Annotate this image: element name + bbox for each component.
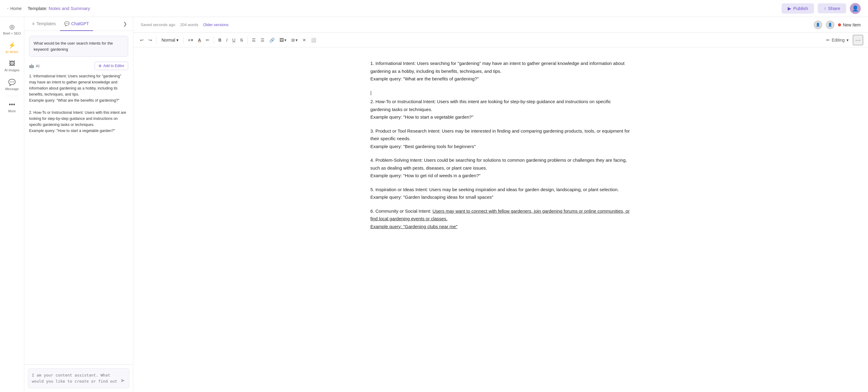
table-button[interactable]: ⊞ ▾ xyxy=(289,36,300,44)
content-paragraph-2: 2. How-To or Instructional Intent: Users… xyxy=(370,98,631,121)
style-chevron-icon: ▾ xyxy=(176,38,179,43)
templates-tab-icon: ≡ xyxy=(32,21,35,26)
publish-button[interactable]: ▶ Publish xyxy=(782,3,814,13)
sidebar-item-ai-images[interactable]: 🖼 AI Images xyxy=(0,58,24,75)
tab-templates[interactable]: ≡ Templates xyxy=(28,17,60,31)
panel-collapse-button[interactable]: ❯ xyxy=(121,17,129,31)
table-icon: ⊞ xyxy=(291,38,295,43)
sidebar-item-brief-seo[interactable]: ◎ Brief + SEO xyxy=(0,21,24,38)
sidebar-item-label: More xyxy=(8,109,16,113)
user-avatar[interactable]: 👤 xyxy=(850,3,861,14)
embed-icon: ⬜ xyxy=(311,38,316,43)
image-icon: 🖼 xyxy=(279,38,284,43)
toolbar-right: ✏ Editing ▾ ⋯ xyxy=(823,35,863,45)
editor-toolbar: ↩ ↪ Normal ▾ ≡ ▾ A ✏ B xyxy=(133,33,868,47)
add-to-editor-button[interactable]: ⊕ Add to Editor xyxy=(95,62,128,70)
clear-format-icon: ✕ xyxy=(303,38,306,43)
style-select-button[interactable]: Normal ▾ xyxy=(159,36,181,44)
align-button[interactable]: ≡ ▾ xyxy=(186,36,195,44)
italic-button[interactable]: I xyxy=(224,36,229,44)
strikethrough-button[interactable]: S xyxy=(239,36,245,44)
editor-top-bar: Saved seconds ago 204 words Older versio… xyxy=(133,17,868,33)
undo-icon: ↩ xyxy=(140,38,144,43)
ai-badge: 🤖 AI xyxy=(29,64,39,68)
chat-input-area: ➤ xyxy=(24,364,133,392)
avatar-icon: 👤 xyxy=(828,23,832,27)
toolbar-more-button[interactable]: ⋯ xyxy=(853,35,863,45)
content-paragraph-5: 5. Inspiration or Ideas Intent: Users ma… xyxy=(370,186,631,201)
ai-response-header: 🤖 AI ⊕ Add to Editor xyxy=(29,62,128,70)
chat-send-button[interactable]: ➤ xyxy=(120,376,125,385)
numbered-list-icon: ☰ xyxy=(261,38,265,43)
ai-images-icon: 🖼 xyxy=(9,60,15,67)
underline-button[interactable]: U xyxy=(230,36,237,44)
link-icon: 🔗 xyxy=(270,38,275,43)
share-button[interactable]: ↑ Share xyxy=(818,3,846,13)
embed-button[interactable]: ⬜ xyxy=(309,36,318,44)
toolbar-separator-4 xyxy=(247,36,248,44)
editing-mode-button[interactable]: ✏ Editing ▾ xyxy=(823,36,851,44)
content-paragraph-cursor: | xyxy=(370,89,631,97)
chat-input-box: ➤ xyxy=(28,368,129,388)
editor-body: 1. Informational Intent: Users searching… xyxy=(370,59,631,230)
link-button[interactable]: 🔗 xyxy=(268,36,276,44)
collaborator-avatar-1: 👤 xyxy=(814,21,822,29)
image-chevron-icon: ▾ xyxy=(284,38,286,43)
panel-content: What would be the user search intents fo… xyxy=(24,31,133,364)
content-paragraph-1: 1. Informational Intent: Users searching… xyxy=(370,59,631,83)
share-icon: ↑ xyxy=(824,6,826,11)
bold-button[interactable]: B xyxy=(216,36,223,44)
clear-format-button[interactable]: ✕ xyxy=(301,36,308,44)
strikethrough-icon: S xyxy=(240,38,243,43)
home-link[interactable]: ‹ Home xyxy=(7,6,22,11)
message-icon: 💬 xyxy=(8,79,16,86)
align-chevron-icon: ▾ xyxy=(191,38,193,43)
sidebar-item-label: Brief + SEO xyxy=(3,32,21,35)
editor-meta: Saved seconds ago 204 words Older versio… xyxy=(141,23,228,27)
template-name: Notes and Summary xyxy=(49,6,90,11)
sidebar-item-ai-writer[interactable]: ⚡ AI Writer xyxy=(0,39,24,56)
sidebar-item-more[interactable]: ••• More xyxy=(0,99,24,116)
undo-button[interactable]: ↩ xyxy=(138,36,146,44)
new-item-button[interactable]: New Item xyxy=(838,23,861,27)
redo-button[interactable]: ↪ xyxy=(147,36,154,44)
chatgpt-tab-icon: 💬 xyxy=(64,21,69,26)
new-item-dot xyxy=(838,23,841,26)
older-versions-link[interactable]: Older versions xyxy=(203,23,228,27)
highlight-button[interactable]: ✏ xyxy=(204,36,211,44)
publish-icon: ▶ xyxy=(788,6,791,11)
main-layout: ◎ Brief + SEO ⚡ AI Writer 🖼 AI Images 💬 … xyxy=(0,17,868,392)
highlight-icon: ✏ xyxy=(206,38,210,43)
content-paragraph-6: 6. Community or Social Intent: Users may… xyxy=(370,207,631,231)
panel: ≡ Templates 💬 ChatGPT ❯ What would be th… xyxy=(24,17,133,392)
home-label: Home xyxy=(10,6,22,11)
saved-status: Saved seconds ago xyxy=(141,23,175,27)
image-button[interactable]: 🖼 ▾ xyxy=(278,36,288,44)
send-icon: ➤ xyxy=(120,377,125,384)
collapse-icon: ❯ xyxy=(123,21,127,27)
underline-icon: U xyxy=(232,38,235,43)
align-icon: ≡ xyxy=(188,38,190,43)
ai-writer-icon: ⚡ xyxy=(8,41,16,49)
templates-tab-label: Templates xyxy=(36,21,56,26)
editor-content[interactable]: 1. Informational Intent: Users searching… xyxy=(133,47,868,392)
sidebar-divider xyxy=(5,96,19,96)
redo-icon: ↪ xyxy=(149,38,152,43)
bullet-list-button[interactable]: ☰ xyxy=(250,36,258,44)
numbered-list-button[interactable]: ☰ xyxy=(259,36,267,44)
text-color-button[interactable]: A xyxy=(196,36,203,44)
home-chevron-icon: ‹ xyxy=(7,6,8,10)
editor-actions: 👤 👤 New Item xyxy=(814,21,861,29)
ai-response-text: 1. Informational Intent: Users searching… xyxy=(29,73,128,134)
chat-prompt-display: What would be the user search intents fo… xyxy=(29,36,128,57)
toolbar-separator-3 xyxy=(214,36,214,44)
chatgpt-tab-label: ChatGPT xyxy=(71,21,89,26)
chat-input[interactable] xyxy=(32,372,117,385)
text-color-icon: A xyxy=(198,38,201,43)
sidebar-item-label: Message xyxy=(5,87,19,91)
tab-chatgpt[interactable]: 💬 ChatGPT xyxy=(60,17,93,31)
sidebar-item-message[interactable]: 💬 Message xyxy=(0,76,24,93)
editing-pencil-icon: ✏ xyxy=(826,38,830,43)
ai-response-block: 🤖 AI ⊕ Add to Editor 1. Informational In… xyxy=(29,62,128,134)
add-to-editor-icon: ⊕ xyxy=(98,64,101,68)
